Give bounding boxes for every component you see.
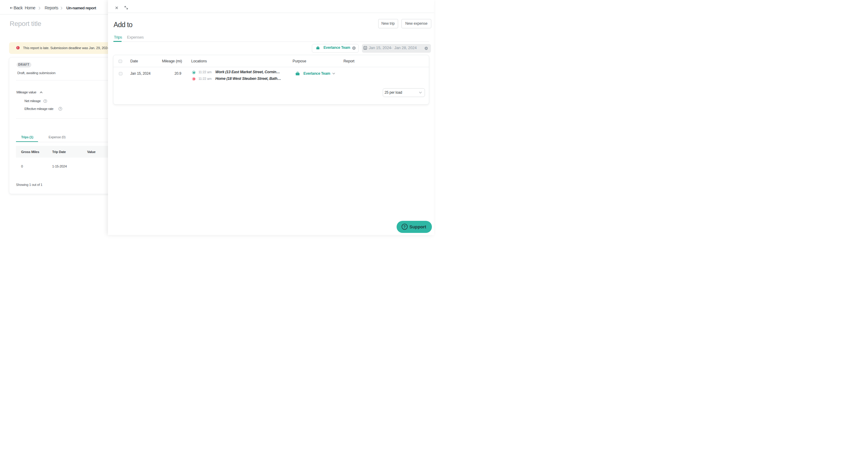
svg-text:?: ? — [404, 225, 406, 229]
